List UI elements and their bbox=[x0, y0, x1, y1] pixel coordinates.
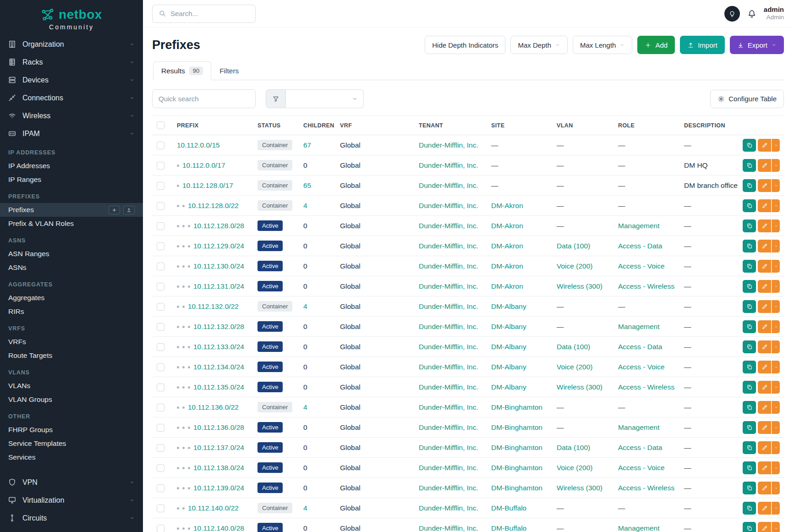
edit-button[interactable] bbox=[758, 381, 771, 394]
edit-button[interactable] bbox=[758, 482, 771, 494]
sidebar-item-virtualization[interactable]: Virtualization bbox=[0, 491, 143, 509]
edit-dropdown-button[interactable] bbox=[772, 482, 780, 494]
sidebar-item-fhrp-groups[interactable]: FHRP Groups bbox=[0, 423, 143, 437]
row-checkbox[interactable] bbox=[157, 505, 164, 512]
role-link[interactable]: Access - Wireless bbox=[618, 282, 674, 290]
copy-button[interactable] bbox=[743, 300, 756, 313]
row-checkbox[interactable] bbox=[157, 384, 164, 391]
column-header-status[interactable]: STATUS bbox=[253, 116, 299, 135]
copy-button[interactable] bbox=[743, 139, 756, 152]
prefix-link[interactable]: 10.112.0.0/17 bbox=[182, 161, 225, 169]
tenant-link[interactable]: Dunder-Mifflin, Inc. bbox=[419, 262, 478, 270]
edit-dropdown-button[interactable] bbox=[772, 260, 780, 273]
import-button[interactable]: Import bbox=[680, 36, 725, 54]
tenant-link[interactable]: Dunder-Mifflin, Inc. bbox=[419, 403, 478, 411]
copy-button[interactable] bbox=[743, 441, 756, 454]
prefix-link[interactable]: 10.112.129.0/24 bbox=[193, 242, 244, 250]
edit-dropdown-button[interactable] bbox=[772, 340, 780, 353]
prefix-link[interactable]: 10.112.138.0/24 bbox=[193, 464, 244, 472]
row-checkbox[interactable] bbox=[157, 162, 164, 170]
copy-button[interactable] bbox=[743, 502, 756, 515]
copy-button[interactable] bbox=[743, 401, 756, 414]
role-link[interactable]: Access - Data bbox=[618, 242, 662, 250]
site-link[interactable]: DM-Binghamton bbox=[491, 444, 542, 451]
prefix-link[interactable]: 10.112.0.0/15 bbox=[177, 141, 220, 149]
role-link[interactable]: Management bbox=[618, 323, 659, 330]
sidebar-item-circuits[interactable]: Circuits bbox=[0, 509, 143, 527]
tenant-link[interactable]: Dunder-Mifflin, Inc. bbox=[419, 423, 478, 431]
site-link[interactable]: DM-Akron bbox=[491, 222, 523, 230]
prefix-link[interactable]: 10.112.132.0/28 bbox=[193, 323, 244, 330]
copy-button[interactable] bbox=[743, 280, 756, 293]
edit-button[interactable] bbox=[758, 320, 771, 333]
copy-button[interactable] bbox=[743, 260, 756, 273]
column-header-role[interactable]: ROLE bbox=[613, 116, 679, 135]
export-button[interactable]: Export bbox=[730, 36, 784, 54]
sidebar-item-vrfs[interactable]: VRFs bbox=[0, 335, 143, 349]
site-link[interactable]: DM-Binghamton bbox=[491, 403, 542, 411]
role-link[interactable]: Access - Voice bbox=[618, 262, 665, 270]
copy-button[interactable] bbox=[743, 522, 756, 532]
edit-dropdown-button[interactable] bbox=[772, 159, 780, 172]
children-link[interactable]: 4 bbox=[303, 504, 307, 512]
edit-button[interactable] bbox=[758, 522, 771, 532]
vlan-link[interactable]: Data (100) bbox=[557, 343, 590, 351]
role-link[interactable]: Access - Data bbox=[618, 343, 662, 351]
children-link[interactable]: 4 bbox=[303, 403, 307, 411]
row-checkbox[interactable] bbox=[157, 202, 164, 210]
edit-dropdown-button[interactable] bbox=[772, 441, 780, 454]
tenant-link[interactable]: Dunder-Mifflin, Inc. bbox=[419, 504, 478, 512]
edit-button[interactable] bbox=[758, 401, 771, 414]
tenant-link[interactable]: Dunder-Mifflin, Inc. bbox=[419, 524, 478, 532]
sidebar-item-aggregates[interactable]: Aggregates bbox=[0, 291, 143, 305]
edit-dropdown-button[interactable] bbox=[772, 300, 780, 313]
edit-dropdown-button[interactable] bbox=[772, 280, 780, 293]
tenant-link[interactable]: Dunder-Mifflin, Inc. bbox=[419, 161, 478, 169]
column-header-vrf[interactable]: VRF bbox=[335, 116, 414, 135]
prefix-link[interactable]: 10.112.128.0/28 bbox=[193, 222, 244, 230]
tenant-link[interactable]: Dunder-Mifflin, Inc. bbox=[419, 222, 478, 230]
user-menu[interactable]: admin Admin bbox=[764, 5, 784, 22]
site-link[interactable]: DM-Albany bbox=[491, 383, 526, 391]
site-link[interactable]: DM-Binghamton bbox=[491, 484, 542, 492]
tenant-link[interactable]: Dunder-Mifflin, Inc. bbox=[419, 484, 478, 492]
add-button[interactable]: Add bbox=[637, 36, 675, 54]
tenant-link[interactable]: Dunder-Mifflin, Inc. bbox=[419, 363, 478, 371]
role-link[interactable]: Access - Data bbox=[618, 444, 662, 451]
prefix-link[interactable]: 10.112.128.0/17 bbox=[182, 181, 233, 189]
children-link[interactable]: 4 bbox=[303, 202, 307, 209]
sidebar-item-prefix-vlan-roles[interactable]: Prefix & VLAN Roles bbox=[0, 217, 143, 230]
prefix-link[interactable]: 10.112.137.0/24 bbox=[193, 444, 244, 451]
row-checkbox[interactable] bbox=[157, 484, 164, 492]
prefix-link[interactable]: 10.112.133.0/24 bbox=[193, 343, 244, 351]
tenant-link[interactable]: Dunder-Mifflin, Inc. bbox=[419, 282, 478, 290]
edit-button[interactable] bbox=[758, 240, 771, 252]
tenant-link[interactable]: Dunder-Mifflin, Inc. bbox=[419, 141, 478, 149]
site-link[interactable]: DM-Albany bbox=[491, 302, 526, 310]
column-header-tenant[interactable]: TENANT bbox=[414, 116, 487, 135]
edit-dropdown-button[interactable] bbox=[772, 502, 780, 515]
max-length-dropdown[interactable]: Max Length bbox=[573, 36, 632, 54]
edit-button[interactable] bbox=[758, 280, 771, 293]
tenant-link[interactable]: Dunder-Mifflin, Inc. bbox=[419, 464, 478, 472]
vlan-link[interactable]: Wireless (300) bbox=[557, 383, 602, 391]
column-header-site[interactable]: SITE bbox=[487, 116, 552, 135]
prefix-link[interactable]: 10.112.132.0/22 bbox=[188, 302, 239, 310]
edit-dropdown-button[interactable] bbox=[772, 401, 780, 414]
row-checkbox[interactable] bbox=[157, 343, 164, 351]
edit-dropdown-button[interactable] bbox=[772, 381, 780, 394]
copy-button[interactable] bbox=[743, 340, 756, 353]
role-link[interactable]: Access - Wireless bbox=[618, 383, 674, 391]
sidebar-item-wireless[interactable]: Wireless bbox=[0, 107, 143, 125]
copy-button[interactable] bbox=[743, 381, 756, 394]
role-link[interactable]: Access - Wireless bbox=[618, 484, 674, 492]
sidebar-item-devices[interactable]: Devices bbox=[0, 71, 143, 89]
column-header-vlan[interactable]: VLAN bbox=[552, 116, 613, 135]
sidebar-item-vlans[interactable]: VLANs bbox=[0, 379, 143, 393]
column-header-children[interactable]: CHILDREN bbox=[299, 116, 335, 135]
edit-button[interactable] bbox=[758, 340, 771, 353]
site-link[interactable]: DM-Akron bbox=[491, 262, 523, 270]
edit-dropdown-button[interactable] bbox=[772, 461, 780, 474]
site-link[interactable]: DM-Buffalo bbox=[491, 524, 526, 532]
vlan-link[interactable]: Voice (200) bbox=[557, 363, 592, 371]
